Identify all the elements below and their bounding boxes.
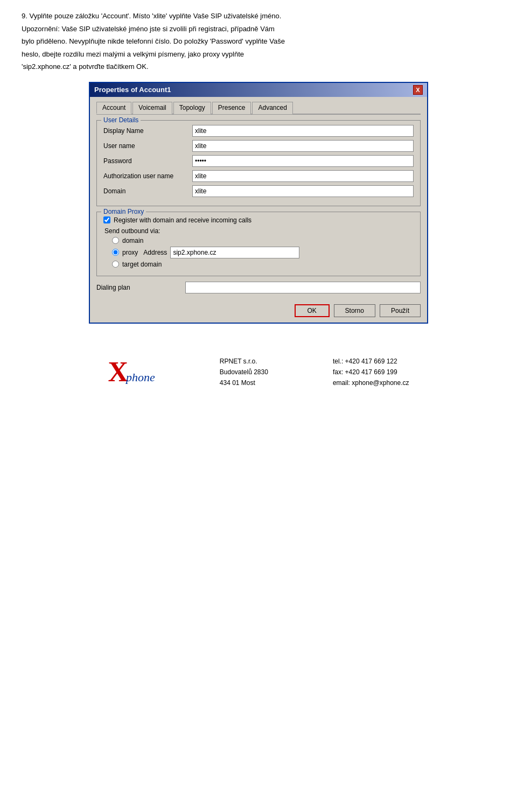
register-checkbox-label: Register with domain and receive incomin… xyxy=(114,216,251,224)
close-button[interactable]: X xyxy=(413,85,423,95)
ok-button[interactable]: OK xyxy=(295,304,330,317)
dialing-plan-label: Dialing plan xyxy=(96,284,185,291)
auth-user-row: Authorization user name xyxy=(103,170,414,182)
username-input[interactable] xyxy=(192,140,414,152)
register-checkbox-row: Register with domain and receive incomin… xyxy=(103,216,414,224)
radio-proxy[interactable] xyxy=(112,249,119,256)
cancel-button[interactable]: Storno xyxy=(334,304,375,317)
contact-fax: fax: +420 417 669 199 xyxy=(333,367,409,377)
intro-line2: Upozornění: Vaše SIP uživatelské jméno j… xyxy=(22,24,495,34)
apply-button[interactable]: Použít xyxy=(380,304,421,317)
logo-x-letter: X xyxy=(108,358,128,386)
auth-user-label: Authorization user name xyxy=(103,172,192,180)
company-name: RPNET s.r.o. xyxy=(220,356,268,367)
logo-phone-text: phone xyxy=(126,370,155,384)
display-name-row: Display Name xyxy=(103,125,414,137)
tab-topology[interactable]: Topology xyxy=(173,102,211,114)
radio-domain[interactable] xyxy=(112,237,119,244)
display-name-input[interactable] xyxy=(192,125,414,137)
radio-domain-row: domain xyxy=(112,237,414,244)
user-details-group: User Details Display Name User name Pass… xyxy=(96,120,421,206)
intro-paragraph: 9. Vyplňte pouze záložku 'Account'. Míst… xyxy=(22,11,495,72)
domain-input[interactable] xyxy=(192,185,414,197)
footer-company: RPNET s.r.o. Budovatelů 2830 434 01 Most xyxy=(220,356,268,389)
dialog-title: Properties of Account1 xyxy=(94,86,171,94)
company-address1: Budovatelů 2830 xyxy=(220,367,268,377)
send-outbound-label: Send outbound via: xyxy=(104,227,414,235)
dialog-content: Account Voicemail Topology Presence Adva… xyxy=(90,97,427,300)
tab-advanced[interactable]: Advanced xyxy=(252,102,292,114)
username-label: User name xyxy=(103,142,192,150)
footer-contact: tel.: +420 417 669 122 fax: +420 417 669… xyxy=(333,356,409,389)
dialog-wrapper: Properties of Account1 X Account Voicema… xyxy=(22,82,495,324)
radio-proxy-row: proxy Address xyxy=(112,247,414,258)
dialog-buttons: OK Storno Použít xyxy=(90,300,427,323)
dialog-titlebar: Properties of Account1 X xyxy=(90,83,427,97)
radio-target-domain-label: target domain xyxy=(122,261,162,268)
auth-user-input[interactable] xyxy=(192,170,414,182)
tab-voicemail[interactable]: Voicemail xyxy=(132,102,172,114)
password-label: Password xyxy=(103,157,192,165)
tab-bar: Account Voicemail Topology Presence Adva… xyxy=(96,101,421,115)
properties-dialog: Properties of Account1 X Account Voicema… xyxy=(89,82,428,324)
username-row: User name xyxy=(103,140,414,152)
intro-line4: heslo, dbejte rozdílu mezi malými a velk… xyxy=(22,49,495,60)
radio-target-domain-row: target domain xyxy=(112,261,414,268)
domain-label: Domain xyxy=(103,187,192,195)
proxy-address-label: Address xyxy=(143,249,167,256)
password-row: Password xyxy=(103,155,414,167)
intro-line1: 9. Vyplňte pouze záložku 'Account'. Míst… xyxy=(22,11,495,22)
intro-line3: bylo přiděleno. Nevyplňujte nikde telefo… xyxy=(22,36,495,47)
display-name-label: Display Name xyxy=(103,127,192,135)
proxy-address-input[interactable] xyxy=(170,247,299,258)
tab-presence[interactable]: Presence xyxy=(212,102,251,114)
radio-proxy-label: proxy xyxy=(122,249,138,256)
contact-email: email: xphone@xphone.cz xyxy=(333,377,409,388)
footer: X phone RPNET s.r.o. Budovatelů 2830 434… xyxy=(22,356,495,389)
domain-proxy-title: Domain Proxy xyxy=(101,208,146,215)
domain-proxy-group: Domain Proxy Register with domain and re… xyxy=(96,212,421,276)
register-checkbox[interactable] xyxy=(103,216,110,223)
radio-target-domain[interactable] xyxy=(112,261,119,268)
tab-account[interactable]: Account xyxy=(96,102,131,114)
footer-logo: X phone xyxy=(108,356,155,389)
user-details-title: User Details xyxy=(101,116,141,124)
domain-row: Domain xyxy=(103,185,414,197)
dialing-plan-row: Dialing plan xyxy=(96,282,421,293)
contact-tel: tel.: +420 417 669 122 xyxy=(333,356,409,367)
radio-domain-label: domain xyxy=(122,237,143,244)
dialing-plan-input[interactable] xyxy=(185,282,421,293)
intro-line5: 'sip2.xphone.cz' a potvrďte tlačítkem OK… xyxy=(22,61,495,72)
password-input[interactable] xyxy=(192,155,414,167)
company-address2: 434 01 Most xyxy=(220,377,268,388)
